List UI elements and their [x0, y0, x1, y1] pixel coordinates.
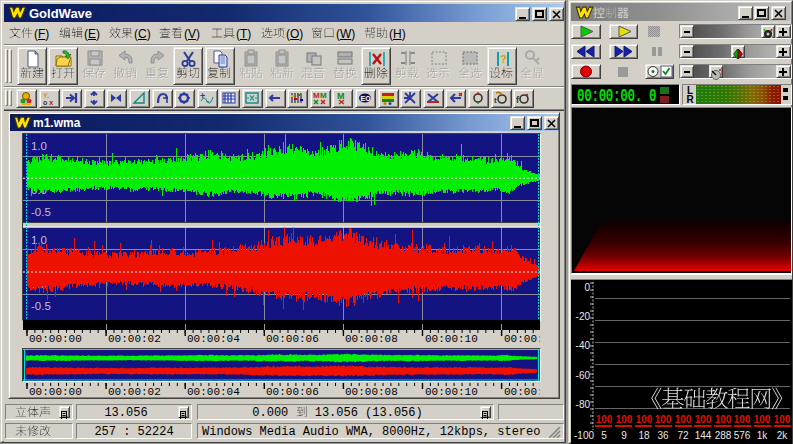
svg-text:-0.5: -0.5 — [31, 300, 51, 312]
svg-text:1.0: 1.0 — [31, 140, 47, 152]
svg-text:t: t — [494, 96, 497, 105]
svg-text:+: + — [200, 91, 205, 101]
svg-text:x: x — [49, 98, 54, 105]
svg-text:M: M — [337, 91, 345, 101]
svg-text:M: M — [313, 91, 320, 100]
svg-text:EO: EO — [361, 95, 372, 102]
svg-text:M: M — [320, 91, 327, 100]
svg-text:o: o — [43, 99, 47, 105]
svg-text:-0.5: -0.5 — [31, 206, 51, 218]
svg-text:?: ? — [500, 53, 507, 65]
